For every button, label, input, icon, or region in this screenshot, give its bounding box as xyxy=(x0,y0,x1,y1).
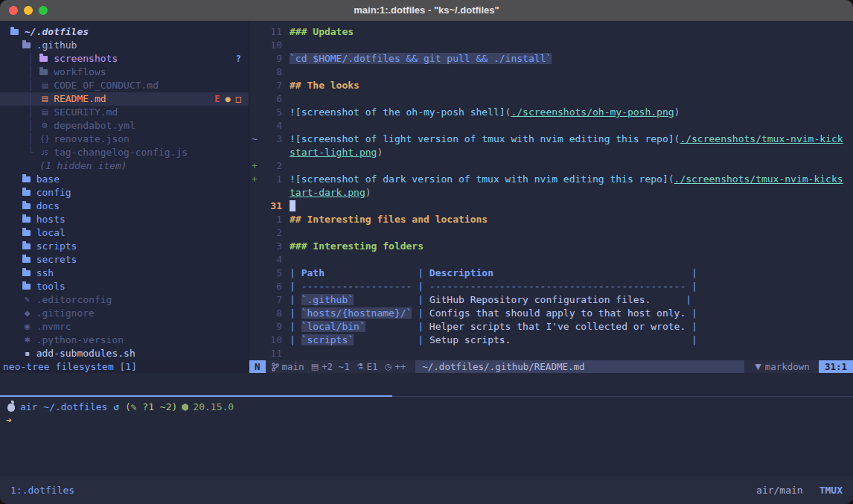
tree-item-1-hidden-item[interactable]: (1 hidden item) xyxy=(0,159,249,173)
tree-item-python-version[interactable]: ✱.python-version xyxy=(0,334,249,347)
folder-icon xyxy=(22,284,31,290)
close-button[interactable] xyxy=(9,6,18,15)
editor-line[interactable]: 5![screenshot of the oh-my-posh shell](.… xyxy=(249,106,853,119)
gutter-sign xyxy=(249,226,261,240)
zoom-button[interactable] xyxy=(39,6,48,15)
tree-item-hosts[interactable]: hosts xyxy=(0,213,249,226)
prompt-segment: 20.15.0 xyxy=(193,401,234,414)
tree-item-dependabot-yml[interactable]: │ ⚙dependabot.yml xyxy=(0,119,249,133)
updates-count: ++ xyxy=(394,360,406,374)
editor-line[interactable]: 11### Updates xyxy=(249,25,853,39)
markdown-file-icon: ▤ xyxy=(39,106,50,119)
gutter-sign xyxy=(249,240,261,253)
markdown-file-icon: ▤ xyxy=(39,79,50,92)
editor-line[interactable]: + 1![screenshot of dark version of tmux … xyxy=(249,173,853,186)
tree-item-workflows[interactable]: │ workflows xyxy=(0,66,249,79)
gear-icon: ⚙ xyxy=(39,119,50,133)
tree-item-badges: E●□ xyxy=(214,92,241,106)
tmux-pane-border[interactable] xyxy=(0,395,853,397)
line-text: ## The looks xyxy=(290,79,360,92)
tree-item-docs[interactable]: docs xyxy=(0,200,249,213)
editor-line[interactable]: 4 xyxy=(249,119,853,133)
editor-line[interactable]: 5| Path | Description | xyxy=(249,267,853,280)
editor-line[interactable]: 10| `scripts` | Setup scripts. | xyxy=(249,334,853,347)
tree-item-renovate-json[interactable]: │ {}renovate.json xyxy=(0,133,249,146)
line-text: ### Interesting folders xyxy=(290,240,424,253)
line-number: 1 xyxy=(261,213,282,226)
prompt-segment: (✎ ?1 ~2) xyxy=(125,401,177,414)
editor-line[interactable]: 3### Interesting folders xyxy=(249,240,853,253)
folder-icon xyxy=(39,69,48,75)
editor-line[interactable]: 8| `hosts/{hostname}/` | Configs that sh… xyxy=(249,307,853,320)
tree-item-gitignore[interactable]: ◆.gitignore xyxy=(0,307,249,320)
tree-item-tag-changelog-config-js[interactable]: └ ᴊstag-changelog-config.js xyxy=(0,146,249,159)
titlebar[interactable]: main:1:.dotfiles - "ks~/.dotfiles" xyxy=(0,0,853,22)
line-text: `cd $HOME/.dotfiles && git pull && ./ins… xyxy=(290,52,552,66)
editor-line[interactable]: 4 xyxy=(249,253,853,267)
editor-line[interactable]: 2 xyxy=(249,226,853,240)
editor-line[interactable]: ~ 3![screenshot of light version of tmux… xyxy=(249,133,853,146)
editor-line[interactable]: 7| `.github` | GitHub Repository configu… xyxy=(249,293,853,307)
tree-item-readme-md[interactable]: │ ▤README.mdE●□ xyxy=(0,92,249,106)
tree-item-scripts[interactable]: scripts xyxy=(0,240,249,253)
text-cursor xyxy=(290,200,295,211)
apple-icon xyxy=(7,403,15,412)
tree-item-base[interactable]: base xyxy=(0,173,249,186)
editor-line[interactable]: 6 xyxy=(249,92,853,106)
editor-line[interactable]: 9| `local/bin` | Helper scripts that I'v… xyxy=(249,320,853,334)
diff-file-icon: ▤ xyxy=(311,360,319,374)
editor-line[interactable]: tart-dark.png) xyxy=(249,186,853,200)
tree-item-ssh[interactable]: ssh xyxy=(0,267,249,280)
git-branch-item: main xyxy=(272,360,304,374)
tree-item-label: README.md xyxy=(54,92,106,106)
tree-item-config[interactable]: config xyxy=(0,186,249,200)
pane-border-active xyxy=(0,395,392,397)
tree-item-security-md[interactable]: │ ▤SECURITY.md xyxy=(0,106,249,119)
editor-line[interactable]: 11 xyxy=(249,347,853,360)
folder-icon xyxy=(22,190,31,196)
minimize-button[interactable] xyxy=(24,6,33,15)
tree-item-label: add-submodules.sh xyxy=(36,347,135,360)
tree-item-label: scripts xyxy=(36,240,77,253)
tmux-window-tab[interactable]: 1:.dotfiles xyxy=(10,484,74,497)
line-number: 3 xyxy=(261,133,282,146)
file-path: ~/.dotfiles/.github/README.md xyxy=(415,360,744,373)
editor-line[interactable]: 1## Interesting files and locations xyxy=(249,213,853,226)
tree-item-nvmrc[interactable]: ◉.nvmrc xyxy=(0,320,249,334)
tree-item-local[interactable]: local xyxy=(0,226,249,240)
editor-line[interactable]: 8 xyxy=(249,66,853,79)
line-number: 11 xyxy=(261,347,282,360)
line-text: tart-dark.png) xyxy=(290,186,371,200)
tree-item-editorconfig[interactable]: ✎.editorconfig xyxy=(0,293,249,307)
gutter-sign xyxy=(249,146,261,159)
folder-icon xyxy=(22,257,31,263)
editor-line[interactable]: start-light.png) xyxy=(249,146,853,159)
gutter-sign xyxy=(249,347,261,360)
line-number: 1 xyxy=(261,173,282,186)
folder-icon xyxy=(39,56,48,62)
editor-line[interactable]: 31 xyxy=(249,200,853,213)
line-number: 6 xyxy=(261,280,282,293)
editor-line[interactable]: + 2 xyxy=(249,159,853,173)
tree-item-screenshots[interactable]: │ screenshots? xyxy=(0,52,249,66)
editor-line[interactable]: 7## The looks xyxy=(249,79,853,92)
js-file-icon: ᴊs xyxy=(39,146,50,159)
window-title: main:1:.dotfiles - "ks~/.dotfiles" xyxy=(0,4,853,17)
editor-line[interactable]: 6| ------------------- | ---------------… xyxy=(249,280,853,293)
filetype-label: markdown xyxy=(765,360,810,374)
tree-item-code-of-conduct-md[interactable]: │ ▤CODE_OF_CONDUCT.md xyxy=(0,79,249,92)
editor-line[interactable]: 10 xyxy=(249,39,853,52)
tree-item-github[interactable]: .github xyxy=(0,39,249,52)
tree-item-secrets[interactable]: secrets xyxy=(0,253,249,267)
tree-item-tools[interactable]: tools xyxy=(0,280,249,293)
editor-buffer[interactable]: 11### Updates 10 9`cd $HOME/.dotfiles &&… xyxy=(249,25,853,360)
filetype-item: ▼ markdown xyxy=(755,360,810,374)
folder-icon xyxy=(22,217,31,223)
editor-line[interactable]: 9`cd $HOME/.dotfiles && git pull && ./in… xyxy=(249,52,853,66)
gutter-sign xyxy=(249,307,261,320)
tree-item-add-submodules-sh[interactable]: ▪add-submodules.sh xyxy=(0,347,249,360)
line-text: | ------------------- | ----------------… xyxy=(290,280,697,293)
prompt-arrow[interactable]: ➜ xyxy=(6,414,853,427)
diagnostic-error-badge: E xyxy=(214,92,220,106)
tree-item-dotfiles[interactable]: ~/.dotfiles xyxy=(0,25,249,39)
